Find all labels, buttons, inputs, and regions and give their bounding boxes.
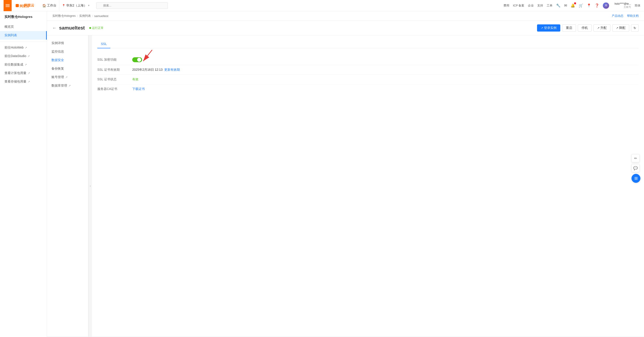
floating-buttons: ✏ 💬 ⊞ bbox=[632, 154, 640, 183]
help-docs-link[interactable]: 帮助文档 bbox=[627, 14, 639, 18]
user-info: holo****@te... 主账号 bbox=[614, 2, 631, 9]
tab-ssl[interactable]: SSL bbox=[97, 40, 110, 48]
ssl-status-value: 有效 bbox=[132, 78, 138, 82]
ssl-toggle-container bbox=[132, 57, 142, 62]
nav-cart-icon[interactable]: 🛒 bbox=[579, 3, 583, 8]
nav-account-mgmt[interactable]: 账号管理 ↗ bbox=[47, 73, 88, 82]
ssl-ca-cert-label: 服务器CA证书 bbox=[97, 87, 129, 91]
floating-chat-button[interactable]: 💬 bbox=[632, 164, 640, 172]
hamburger-menu[interactable] bbox=[4, 0, 12, 11]
content-area: 实例详情 监控信息 数据安全 备份恢复 账号管理 ↗ 数据库管理 ↗ bbox=[47, 35, 644, 336]
ssl-encryption-label: SSL 加密功能 bbox=[97, 58, 129, 62]
logo-text: 阿里云 bbox=[24, 3, 34, 8]
sidebar-instances-label: 实例列表 bbox=[4, 33, 17, 37]
refresh-button[interactable]: ↻ bbox=[631, 24, 639, 32]
external-link-icon-3: ↗ bbox=[24, 63, 27, 66]
sidebar-item-dataintegration[interactable]: 前往数据集成 ↗ bbox=[0, 60, 47, 69]
status-dot bbox=[89, 27, 91, 29]
ssl-validity-text: 2025年2月16日 12:13 bbox=[132, 68, 162, 72]
top-navigation: 阿里云 阿里云 🏠 工作台 📍 华东2（上海） ▼ 费用 ICP 备案 企业 支… bbox=[0, 0, 644, 11]
update-validity-link[interactable]: 更新有效期 bbox=[164, 68, 180, 72]
nav-location-icon[interactable]: 📍 bbox=[587, 3, 591, 8]
breadcrumb-instances[interactable]: 实例列表 bbox=[79, 14, 91, 18]
instance-header: ← samueltest 运行正常 ↗ 登录实例 重启 停机 ↗ bbox=[47, 21, 644, 35]
ssl-status-text: 有效 bbox=[132, 78, 138, 82]
language-switcher[interactable]: 简体 bbox=[634, 4, 640, 8]
detail-panel: SSL SSL 加密功能 bbox=[92, 35, 644, 336]
back-button[interactable]: ← bbox=[52, 26, 56, 30]
aliyun-logo[interactable]: 阿里云 阿里云 bbox=[14, 2, 36, 9]
edit-icon: ✏ bbox=[634, 156, 637, 160]
nav-enterprise[interactable]: 企业 bbox=[528, 4, 534, 8]
grid-icon: ⊞ bbox=[634, 176, 638, 181]
workbench-label: 工作台 bbox=[47, 4, 56, 8]
tabs-container: SSL bbox=[97, 40, 639, 48]
ssl-status-row: SSL 证书状态 有效 bbox=[97, 75, 639, 84]
nav-help-icon[interactable]: ❓ bbox=[595, 3, 599, 8]
sidebar-item-overview[interactable]: 概览页 bbox=[0, 22, 47, 31]
ssl-toggle[interactable] bbox=[132, 57, 142, 62]
storage-quota-label: 查看存储包用量 bbox=[4, 80, 26, 84]
user-avatar[interactable]: 用 bbox=[603, 2, 609, 9]
status-label: 运行正常 bbox=[92, 26, 104, 30]
ssl-ca-cert-row: 服务器CA证书 下载证书 bbox=[97, 84, 639, 94]
sidebar-item-datastudio[interactable]: 前往DataStudio ↗ bbox=[0, 52, 47, 60]
nav-data-security[interactable]: 数据安全 bbox=[47, 56, 88, 64]
external-link-icon-db: ↗ bbox=[68, 84, 71, 87]
download-cert-link[interactable]: 下载证书 bbox=[132, 87, 145, 91]
breadcrumb-current: samueltest bbox=[94, 14, 108, 18]
external-link-icon-login: ↗ bbox=[541, 26, 543, 30]
nav-bell-icon[interactable]: 🔔 bbox=[570, 3, 575, 8]
external-link-icon-upgrade: ↗ bbox=[597, 26, 600, 30]
search-input[interactable] bbox=[96, 2, 168, 9]
login-instance-button[interactable]: ↗ 登录实例 bbox=[537, 24, 560, 32]
ssl-validity-row: SSL 证书有效期 2025年2月16日 12:13 更新有效期 bbox=[97, 65, 639, 75]
restart-button[interactable]: 重启 bbox=[562, 24, 576, 32]
external-link-icon-5: ↗ bbox=[28, 80, 30, 83]
page-layout: 实时数仓Hologres 概览页 实例列表 前往HoloWeb ↗ 前往Data… bbox=[0, 11, 644, 337]
compute-quota-label: 查看计算包用量 bbox=[4, 71, 26, 75]
chat-icon: 💬 bbox=[633, 166, 638, 170]
sidebar-item-holoweb[interactable]: 前往HoloWeb ↗ bbox=[0, 44, 47, 52]
nav-tools-icon[interactable]: 🔧 bbox=[556, 3, 560, 8]
left-navigation: 实例详情 监控信息 数据安全 备份恢复 账号管理 ↗ 数据库管理 ↗ bbox=[47, 35, 88, 336]
instance-name: samueltest bbox=[59, 25, 85, 31]
nav-backup-restore[interactable]: 备份恢复 bbox=[47, 64, 88, 73]
nav-db-mgmt[interactable]: 数据库管理 ↗ bbox=[47, 82, 88, 90]
collapse-toggle[interactable]: ‹ bbox=[88, 35, 92, 336]
external-link-icon-account: ↗ bbox=[65, 76, 68, 79]
nav-workorder[interactable]: 工单 bbox=[547, 4, 552, 8]
sidebar-item-storage-quota[interactable]: 查看存储包用量 ↗ bbox=[0, 78, 47, 86]
datastudio-label: 前往DataStudio bbox=[4, 54, 26, 58]
ssl-ca-cert-value: 下载证书 bbox=[132, 87, 145, 91]
nav-support[interactable]: 支持 bbox=[537, 4, 543, 8]
region-label: 华东2（上海） bbox=[66, 4, 87, 8]
nav-icp[interactable]: ICP 备案 bbox=[513, 4, 524, 8]
user-name: holo****@te... bbox=[614, 2, 631, 5]
workbench-nav[interactable]: 🏠 工作台 bbox=[40, 0, 59, 11]
stop-button[interactable]: 停机 bbox=[578, 24, 592, 32]
sidebar-item-compute-quota[interactable]: 查看计算包用量 ↗ bbox=[0, 69, 47, 78]
product-updates-link[interactable]: 产品动态 bbox=[612, 14, 624, 18]
header-actions: ↗ 登录实例 重启 停机 ↗ 升配 ↗ 降配 ↻ bbox=[537, 24, 639, 32]
nav-cost[interactable]: 费用 bbox=[504, 4, 509, 8]
upgrade-button[interactable]: ↗ 升配 bbox=[594, 24, 610, 32]
downgrade-button[interactable]: ↗ 降配 bbox=[612, 24, 629, 32]
breadcrumb-hologres[interactable]: 实时数仓Hologres bbox=[52, 14, 76, 18]
main-content: 实时数仓Hologres / 实例列表 / samueltest 产品动态 帮助… bbox=[47, 11, 644, 337]
floating-grid-button[interactable]: ⊞ bbox=[632, 174, 640, 183]
sidebar: 实时数仓Hologres 概览页 实例列表 前往HoloWeb ↗ 前往Data… bbox=[0, 11, 47, 337]
external-link-icon-4: ↗ bbox=[28, 72, 30, 75]
nav-monitoring[interactable]: 监控信息 bbox=[47, 48, 88, 56]
floating-edit-button[interactable]: ✏ bbox=[632, 154, 640, 162]
search-container bbox=[96, 2, 168, 9]
nav-email-icon[interactable]: ✉ bbox=[564, 3, 567, 8]
nav-right-items: 费用 ICP 备案 企业 支持 工单 🔧 ✉ 🔔 🛒 📍 ❓ 用 holo***… bbox=[504, 2, 640, 9]
status-badge: 运行正常 bbox=[88, 26, 106, 30]
ssl-content: SSL 加密功能 SSL 证书有效期 2025年2月16日 12:13 bbox=[97, 53, 639, 96]
nav-instance-detail[interactable]: 实例详情 bbox=[47, 39, 88, 48]
sidebar-item-instances[interactable]: 实例列表 bbox=[0, 31, 47, 40]
ssl-status-label: SSL 证书状态 bbox=[97, 78, 129, 82]
sidebar-title: 实时数仓Hologres bbox=[0, 15, 47, 22]
region-selector[interactable]: 📍 华东2（上海） ▼ bbox=[59, 0, 93, 11]
